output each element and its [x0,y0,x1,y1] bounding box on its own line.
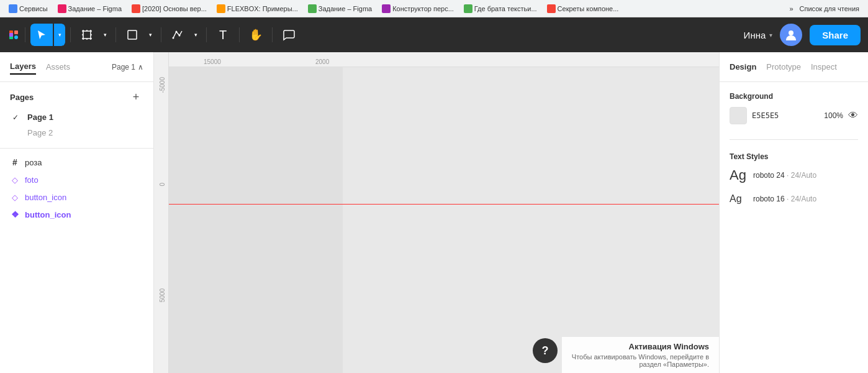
page-item-1[interactable]: ✓ Page 1 [10,109,143,125]
right-panel-header: Design Prototype Inspect [720,52,868,82]
pages-title: Pages [10,93,34,102]
frame-tool-group: ▾ [76,24,111,46]
services-favicon [9,4,17,13]
app-container: ▾ [0,17,868,373]
background-color-row: E5E5E5 100% 👁 [730,107,858,124]
layer-button-icon-2-name: button_icon [25,210,71,219]
text-style-ag-2: Ag [730,193,747,205]
component-icon-button1: ◇ [10,192,20,202]
ruler-left: -5000 0 5000 [154,52,169,373]
ruler-mark-neg5000: -5000 [159,77,166,93]
section-divider [730,139,858,140]
svg-point-21 [179,35,181,37]
chevron-up-icon: ∧ [138,63,143,71]
move-tool-dropdown[interactable]: ▾ [54,24,65,46]
user-avatar[interactable] [780,24,802,46]
layer-foto-name: foto [25,175,38,185]
layer-foto[interactable]: ◇ foto [0,171,153,188]
canvas-area[interactable]: 15000 2000 -5000 0 5000 Активация Window… [154,52,719,373]
page-1-name: Page 1 [27,113,53,122]
pages-header: Pages + [10,90,143,104]
left-panel-header: Layers Assets Page 1 ∧ [0,52,153,82]
svg-rect-3 [14,35,18,39]
canvas-red-line [169,204,719,205]
bookmark-figma-2[interactable]: Задание – Figma [304,3,376,14]
page-selector-label: Page 1 [112,63,135,71]
ruler-mark-15000: 15000 [204,58,221,65]
text-style-info-1: roboto 24 · 24/Auto [753,171,816,180]
figma1-favicon [58,4,66,13]
text-style-ag-1: Ag [730,167,747,183]
comment-tool-button[interactable] [278,24,300,46]
user-menu-button[interactable]: Инна ▾ [739,26,778,44]
shape-tool-group: ▾ [121,24,156,46]
hand-tool-button[interactable]: ✋ [245,24,267,46]
ruler-top: 15000 2000 [154,52,719,67]
shape-tool-button[interactable] [121,24,143,46]
flexbox-favicon [217,4,225,13]
text-style-roboto24: Ag roboto 24 · 24/Auto [730,167,858,183]
bookmark-text[interactable]: Где брата текстьи... [460,3,541,14]
text-tool-button[interactable]: T [212,24,234,46]
left-panel: Layers Assets Page 1 ∧ Pages + ✓ Page 1 [0,52,154,373]
bookmark-bar: Сервисы Задание – Figma [2020] Основы ве… [0,0,868,17]
frame-tool-dropdown[interactable]: ▾ [99,24,111,46]
tab-design[interactable]: Design [725,60,761,74]
layer-button-icon-1-name: button_icon [25,193,66,202]
divider-5 [206,27,207,42]
layer-roza[interactable]: # роза [0,154,153,171]
svg-point-22 [789,30,793,35]
right-panel: Design Prototype Inspect Background E5E5… [719,52,868,373]
background-section: Background E5E5E5 100% 👁 [730,92,858,124]
tab-layers[interactable]: Layers [10,59,36,75]
text-favicon [464,4,472,13]
tab-assets[interactable]: Assets [46,60,70,74]
tab-inspect[interactable]: Inspect [806,60,842,74]
divider-7 [272,27,273,42]
pen-tool-button[interactable] [166,24,189,46]
bookmarks-more: » [789,5,793,12]
text-style-name-2: roboto 16 · 24/Auto [753,195,816,203]
help-button[interactable]: ? [533,338,558,363]
svg-point-19 [173,37,174,39]
background-hex: E5E5E5 [752,111,813,120]
tab-prototype[interactable]: Prototype [761,60,806,74]
page-item-2[interactable]: Page 2 [10,125,143,140]
ruler-mark-0: 0 [159,183,166,186]
ruler-mark-2000: 2000 [315,58,329,65]
add-page-button[interactable]: + [129,90,143,104]
page-checkmark: ✓ [12,113,22,122]
layer-button-icon-2[interactable]: ❖ button_icon [0,206,153,223]
ruler-mark-5000: 5000 [159,288,166,302]
background-color-swatch[interactable] [730,107,747,124]
move-tool-group: ▾ [30,24,65,46]
svg-point-20 [176,31,178,33]
figma-logo-button[interactable] [7,24,20,46]
bookmark-services[interactable]: Сервисы [5,3,52,14]
pen-tool-dropdown[interactable]: ▾ [190,24,201,46]
page-selector[interactable]: Page 1 ∧ [112,63,143,71]
text-styles-section: Text Styles Ag roboto 24 · 24/Auto [730,152,858,205]
bookmark-secrets[interactable]: Секреты компоне... [543,3,623,14]
user-name-label: Инна [744,30,766,40]
canvas-frame [169,67,343,373]
frame-tool-button[interactable] [76,24,98,46]
right-panel-content: Background E5E5E5 100% 👁 Text Styles [720,82,868,373]
divider-6 [239,27,240,42]
bookmark-2020[interactable]: [2020] Основы вер... [128,3,210,14]
layer-button-icon-1[interactable]: ◇ button_icon [0,188,153,206]
share-button[interactable]: Share [810,25,861,45]
shape-tool-dropdown[interactable]: ▾ [145,24,156,46]
bookmark-flexbox[interactable]: FLEXBOX: Примеры... [213,3,302,14]
bookmark-reading-list[interactable]: Список для чтения [796,4,863,14]
visibility-toggle-icon[interactable]: 👁 [848,110,858,121]
svg-rect-4 [9,33,13,37]
bookmark-constructor[interactable]: Конструктор перс... [378,3,458,14]
bookmark-figma-1[interactable]: Задание – Figma [54,3,125,14]
page-2-name: Page 2 [27,128,53,137]
divider-3 [115,27,116,42]
figma-menu-group [7,24,20,46]
move-tool-button[interactable] [30,24,53,46]
toolbar: ▾ [0,17,868,52]
layers-list: # роза ◇ foto ◇ button_icon ❖ button_ico… [0,149,153,373]
